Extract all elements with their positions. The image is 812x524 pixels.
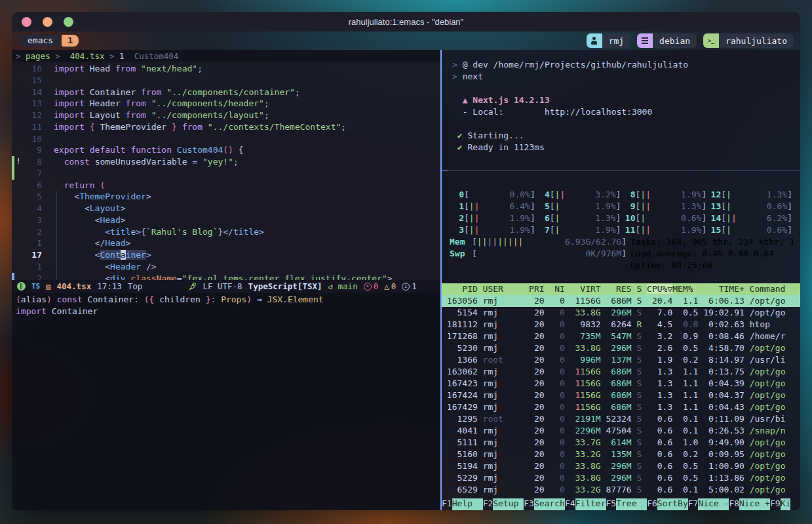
status-badge[interactable]: >_rahuljuliato [703, 33, 794, 48]
language-label: TypeScript[TSX] [248, 281, 322, 291]
code-line[interactable]: 1 <Header /> [12, 261, 440, 273]
code-line[interactable]: 1 </Head> [12, 237, 440, 249]
process-row[interactable]: 5229 rmj 20 0 33.8G 296M S 0.6 0.5 1:13.… [442, 472, 800, 484]
code-text: export default function Custom404() { [54, 144, 244, 156]
code-text: <Header /> [54, 261, 157, 273]
process-row[interactable]: 1366 root 20 0 996M 137M S 1.9 0.2 8:14.… [442, 354, 800, 366]
fkey-action-label[interactable]: Nice + [739, 498, 770, 510]
fkey-action-label[interactable]: Search [534, 498, 565, 510]
htop-info-line: Tasks: 164, 965 thr, 234 kthr; 1 [630, 236, 800, 248]
fkey-f5[interactable]: F5 [606, 498, 617, 510]
minimize-button[interactable] [43, 17, 52, 27]
pane-divider-horizontal[interactable] [442, 171, 800, 171]
process-row[interactable]: 5154 rmj 20 0 33.8G 296M S 7.0 0.5 19:02… [442, 307, 800, 319]
fkey-f8[interactable]: F8 [729, 498, 739, 510]
code-text: <Container> [54, 249, 151, 261]
fkey-action-label[interactable]: Tree [616, 498, 647, 510]
code-line[interactable]: 6 return ( [12, 180, 440, 191]
code-text: <ThemeProvider> [54, 191, 151, 203]
echo-area: (alias) const Container: ({ children }: … [12, 293, 440, 511]
close-button[interactable] [22, 17, 31, 27]
fkey-f9[interactable]: F9 [770, 498, 781, 510]
cpu-meter: 12[|1.3%] [706, 189, 792, 201]
process-table-header[interactable]: PID USER PRI NI VIRT RES S CPU%▽MEM% TIM… [442, 283, 800, 295]
terminal-line: - Local: http://localhost:3000 [452, 106, 800, 118]
code-line[interactable]: 15 [12, 75, 440, 87]
code-line[interactable]: 10 [12, 133, 440, 145]
line-number: 15 [22, 75, 42, 87]
code-text: <title>{`Rahul's Blog`}</title> [54, 226, 264, 238]
code-line[interactable]: 4 <Layout> [12, 203, 440, 214]
code-line[interactable]: 13import Header from "../components/head… [12, 98, 440, 110]
fkey-f6[interactable]: F6 [647, 498, 657, 510]
sign-column [14, 144, 22, 156]
process-row[interactable]: 167424 rmj 20 0 1156G 686M S 1.3 1.1 0:0… [442, 390, 800, 401]
code-line[interactable]: 17 <Container> [12, 249, 440, 261]
terminal-line: > @ dev /home/rmj/Projects/github/rahulj… [452, 59, 800, 71]
cpu-meter: 7[|1.9%] [535, 224, 621, 236]
process-row[interactable]: 1295 root 20 0 2191M 52324 S 0.6 0.1 0:1… [442, 413, 800, 425]
line-number: 1 [22, 261, 42, 273]
code-line[interactable]: 12import Layout from "../components/layo… [12, 110, 440, 121]
process-row[interactable]: 5111 rmj 20 0 33.7G 614M S 0.6 1.0 9:49.… [442, 437, 800, 449]
process-row[interactable]: 5230 rmj 20 0 33.8G 296M S 2.6 0.5 4:58.… [442, 342, 800, 354]
line-number: 8 [22, 156, 42, 168]
code-line[interactable]: 16import Head from "next/head"; [12, 63, 440, 75]
code-line[interactable]: 7 [12, 168, 440, 180]
cpu-meter: 3[||1.9%] [450, 224, 535, 236]
status-badge[interactable]: rmj [587, 33, 630, 48]
status-badge-label: rmj [602, 33, 630, 48]
code-line[interactable]: 2 <title>{`Rahul's Blog`}</title> [12, 226, 440, 238]
fkey-f2[interactable]: F2 [483, 498, 493, 510]
process-row[interactable]: 163056 rmj 20 0 1156G 686M S 20.4 1.1 6:… [442, 295, 800, 307]
htop-pane[interactable]: 0[0.0%]4[||3.2%]8[||1.9%]12[|1.3%]1[||6.… [442, 171, 800, 510]
code-line[interactable]: 9export default function Custom404() { [12, 144, 440, 156]
fkey-f1[interactable]: F1 [442, 498, 452, 510]
maximize-button[interactable] [64, 17, 73, 27]
process-row[interactable]: 6529 rmj 20 0 33.2G 87776 S 0.6 0.1 5:00… [442, 484, 800, 496]
process-row[interactable]: 171268 rmj 20 0 735M 547M S 3.2 0.9 0:08… [442, 331, 800, 342]
code-line[interactable]: 3 <Head> [12, 214, 440, 226]
code-line[interactable]: 11import { ThemeProvider } from "../cont… [12, 121, 440, 133]
fkey-f7[interactable]: F7 [688, 498, 699, 510]
function-key-bar: F1Help F2Setup F3SearchF4FilterF5Tree F6… [442, 498, 800, 510]
status-badge[interactable]: debian [637, 33, 697, 48]
code-line[interactable]: !8 const someUnusedVariable = "yey!"; [12, 156, 440, 168]
cursor-position: 17:13 [97, 281, 122, 291]
encoding-label: LF UTF-8 [203, 281, 242, 291]
fkey-action-label[interactable]: Filter [575, 498, 606, 510]
line-number: 4 [22, 203, 42, 214]
terminal-pane[interactable]: > @ dev /home/rmj/Projects/github/rahulj… [442, 50, 800, 510]
warning-count: △0 [384, 281, 396, 291]
process-row[interactable]: 181112 rmj 20 0 9832 6264 R 4.5 0.0 0:02… [442, 319, 800, 331]
code-text: const someUnusedVariable = "yey!"; [54, 156, 239, 168]
fkey-f3[interactable]: F3 [524, 498, 534, 510]
fkey-action-label[interactable]: Help [452, 498, 483, 510]
terminal-line: ✔ Ready in 1123ms [452, 142, 800, 153]
line-number: 12 [22, 110, 42, 121]
code-line[interactable]: 5 <ThemeProvider> [12, 191, 440, 203]
code-line[interactable]: 14import Container from "../components/c… [12, 87, 440, 98]
process-row[interactable]: 4041 rmj 20 0 2296M 47504 S 0.6 0.1 0:26… [442, 425, 800, 437]
memory-meters: Mem[|||||||||6.93G/62.7G]Swp[0K/976M] [450, 236, 630, 272]
fkey-action-label[interactable]: Setup [493, 498, 524, 510]
error-icon: × [364, 283, 372, 291]
fkey-action-label[interactable]: Nice - [698, 498, 729, 510]
sign-column [14, 133, 22, 145]
code-buffer[interactable]: 16import Head from "next/head";1514impor… [12, 62, 440, 280]
process-row[interactable]: 5194 rmj 20 0 33.8G 296M S 0.6 0.5 1:00.… [442, 460, 800, 472]
fkey-action-label[interactable]: Ki [781, 498, 791, 510]
process-row[interactable]: 167423 rmj 20 0 1156G 686M S 1.3 1.1 0:0… [442, 378, 800, 390]
fkey-f4[interactable]: F4 [565, 498, 575, 510]
tmux-window-tab[interactable]: emacs 1 [21, 35, 79, 47]
process-row[interactable]: 5160 rmj 20 0 33.2G 135M S 0.6 0.2 0:09.… [442, 449, 800, 460]
cpu-meter: 8[||1.9%] [621, 189, 707, 201]
process-row[interactable]: 163062 rmj 20 0 1156G 686M S 1.3 1.1 0:1… [442, 366, 800, 378]
editor-pane[interactable]: > pages > 404.tsx > 1 Custom404 16import… [12, 50, 440, 510]
code-text: import Layout from "../components/layout… [54, 110, 269, 121]
cpu-meter: 0[0.0%] [450, 189, 535, 201]
code-line[interactable]: 2 <div className="fex-ol tems-center fle… [12, 273, 440, 280]
memory-meter: Mem[|||||||||6.93G/62.7G] [450, 236, 630, 248]
fkey-action-label[interactable]: SortBy [657, 498, 688, 510]
process-row[interactable]: 167429 rmj 20 0 1156G 686M S 1.3 1.1 0:0… [442, 401, 800, 413]
